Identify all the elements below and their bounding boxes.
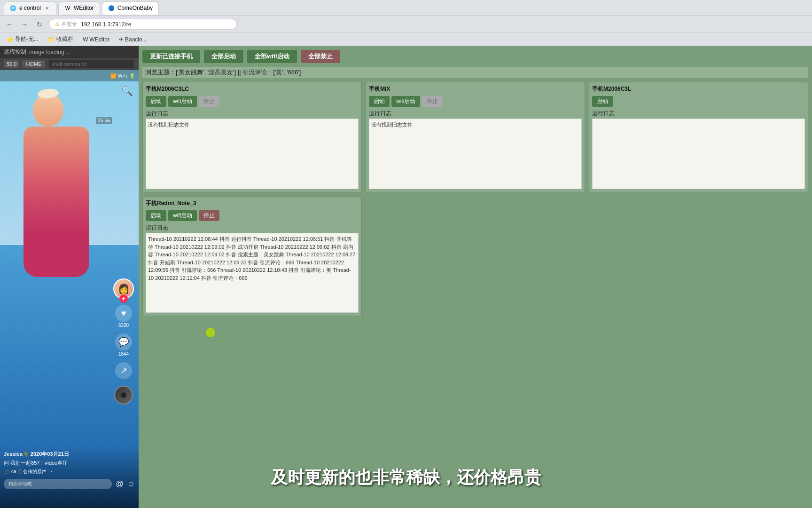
security-warning-text: 不安全 (62, 21, 77, 28)
phone-right-actions: 👩 + ♥ 6320 💬 1844 ↗ (113, 278, 134, 405)
phone-1-buttons: 启动 wifi启动 停止 (146, 96, 359, 107)
browse-info: 浏览主题：['美女跳舞', '漂亮美女'] || 引流评论：['美', '666… (142, 67, 808, 78)
followers-display: 35.5w (96, 117, 112, 124)
phone-1-start-btn[interactable]: 启动 (146, 96, 166, 107)
tab-icon-control: 🌐 (10, 5, 16, 11)
phone-time: ··· (4, 73, 8, 79)
disc-center (121, 392, 126, 398)
phones-grid: 手机M2006C3LC 启动 wifi启动 停止 运行日志 没有找到旧志文件 手… (142, 82, 808, 316)
share-icon: ↗ (115, 362, 132, 379)
phone-4-start-btn[interactable]: 启动 (146, 210, 166, 221)
comment-bar: 精彩评论吧 @ ☺ (4, 479, 135, 489)
comments-count: 1844 (118, 351, 129, 357)
tab-label-control: e control (19, 5, 41, 11)
tab-control[interactable]: 🌐 e control ✕ (4, 1, 56, 15)
bookmark-weditor[interactable]: W WEditor (80, 35, 112, 44)
phone-1-name: 手机M2006C3LC (146, 85, 359, 93)
tab-icon-weditor: W (64, 5, 71, 11)
security-warning-icon: ⚠ (55, 21, 60, 27)
music-disc (114, 386, 133, 405)
phone-2-stop-btn: 停止 (422, 96, 443, 107)
phone-card-1: 手机M2006C3LC 启动 wifi启动 停止 运行日志 没有找到旧志文件 (142, 82, 362, 192)
comment-button[interactable]: 💬 1844 (115, 333, 132, 357)
music-note-icon: 🎵 (4, 469, 9, 475)
tab-comeonbaby[interactable]: 🔵 ComeOnBaby (102, 1, 159, 15)
bookmark-favorites-label: 收藏栏 (56, 35, 73, 43)
shell-command-input[interactable] (48, 60, 135, 68)
bookmark-baaclo-icon: ✈ (119, 36, 124, 43)
phone-3-log-label: 运行日志 (592, 110, 805, 118)
video-audio: 🎵 ca🎵 创作的原声 - · (4, 468, 135, 475)
bookmark-baaclo[interactable]: ✈ Baaclo... (116, 35, 150, 44)
phone-1-stop-btn: 停止 (199, 96, 219, 107)
phone-wifi: WiFi (118, 73, 127, 79)
bookmark-baaclo-label: Baaclo... (125, 36, 147, 43)
follow-plus-icon[interactable]: + (119, 294, 128, 303)
bookmark-favorites[interactable]: 📁 收藏栏 (45, 34, 76, 44)
avatar-emoji: 👩 (118, 283, 130, 294)
stop-all-button[interactable]: 全部禁止 (301, 50, 340, 63)
remote-subtitle: image loading ... (29, 49, 70, 56)
browser-tabs-bar: 🌐 e control ✕ W WEditor 🔵 ComeOnBaby (0, 0, 812, 16)
tab-weditor[interactable]: W WEditor (58, 1, 100, 15)
tab-close-control[interactable]: ✕ (44, 5, 50, 11)
emoji-icon[interactable]: ☺ (127, 480, 135, 488)
bookmark-favorites-icon: 📁 (48, 36, 55, 43)
search-icon[interactable]: 🔍 (121, 85, 133, 96)
phone-2-log-section: 运行日志 没有找到旧志文件 (369, 110, 582, 189)
phone-2-start-btn[interactable]: 启动 (369, 96, 390, 107)
phone-3-log-section: 运行日志 (592, 110, 805, 189)
wifi-all-button[interactable]: 全部wifi启动 (247, 50, 297, 63)
like-button[interactable]: ♥ 6320 (115, 305, 132, 328)
start-all-button[interactable]: 全部启动 (204, 50, 243, 63)
phone-status-bar: ··· 📶 WiFi 🔋 (0, 70, 139, 81)
bookmarks-bar: ⭐ 导航-无... 📁 收藏栏 W WEditor ✈ Baaclo... (0, 33, 812, 46)
phone-2-name: 手机MIX (369, 85, 582, 93)
phone-3-start-btn[interactable]: 启动 (592, 96, 613, 107)
reload-button[interactable]: ↻ (34, 19, 45, 30)
phone-4-log-label: 运行日志 (146, 224, 359, 232)
main-app-panel: 更新已连接手机 全部启动 全部wifi启动 全部禁止 浏览主题：['美女跳舞',… (139, 46, 812, 508)
user-avatar-container[interactable]: 👩 + (113, 278, 134, 299)
comment-icon: 💬 (115, 333, 132, 350)
top-toolbar: 更新已连接手机 全部启动 全部wifi启动 全部禁止 (142, 50, 808, 63)
url-bar: ← → ↻ ⚠ 不安全 192.168.1.3:7912/re (0, 16, 812, 33)
update-phones-button[interactable]: 更新已连接手机 (142, 50, 200, 63)
tab-icon-comeonbaby: 🔵 (108, 5, 115, 11)
phone-4-log-section: 运行日志 Thread-10 20210222 12:08:44 抖音 运行抖音… (146, 224, 359, 313)
phone-1-log-label: 运行日志 (146, 110, 359, 118)
comment-input-placeholder[interactable]: 精彩评论吧 (4, 479, 112, 489)
phone-battery: 🔋 (129, 73, 135, 79)
tab-label-comeonbaby: ComeOnBaby (117, 5, 153, 11)
share-button[interactable]: ↗ (115, 362, 132, 380)
forward-button[interactable]: → (19, 19, 30, 30)
person-figure (14, 94, 99, 305)
tab-label-weditor: WEditor (74, 5, 94, 11)
phone-2-wifi-btn[interactable]: wifi启动 (391, 96, 420, 107)
video-caption: 问 我们一起857！#idou客厅 (4, 460, 135, 467)
home-button[interactable]: HOME (22, 60, 45, 68)
phone-4-log-content[interactable]: Thread-10 20210222 12:08:44 抖音 运行抖音 Thre… (146, 233, 359, 313)
phone-card-2: 手机MIX 启动 wifi启动 停止 运行日志 没有找到旧志文件 (366, 82, 585, 192)
phone-1-log-content[interactable]: 没有找到旧志文件 (146, 119, 359, 189)
bookmark-nav[interactable]: ⭐ 导航-无... (4, 34, 41, 44)
at-icon[interactable]: @ (116, 480, 123, 488)
back-button[interactable]: ← (4, 19, 15, 30)
phone-video-bg: 🔍 👩 + ♥ 6320 💬 1844 ↗ (0, 70, 139, 508)
bookmark-nav-label: 导航-无... (15, 35, 39, 43)
phone-4-wifi-btn[interactable]: wifi启动 (168, 210, 197, 221)
person-head (33, 94, 63, 127)
phone-1-log-section: 运行日志 没有找到旧志文件 (146, 110, 359, 189)
phone-4-stop-btn[interactable]: 停止 (199, 210, 219, 221)
phone-2-buttons: 启动 wifi启动 停止 (369, 96, 582, 107)
likes-count: 6320 (118, 323, 129, 328)
phone-2-log-content[interactable]: 没有找到旧志文件 (369, 119, 582, 189)
heart-icon: ♥ (115, 305, 132, 322)
remote-title: 远程控制 (4, 48, 26, 56)
remote-toolbar: 50.0 HOME (0, 58, 139, 70)
phone-1-wifi-btn[interactable]: wifi启动 (168, 96, 197, 107)
url-input[interactable]: ⚠ 不安全 192.168.1.3:7912/re (49, 19, 237, 30)
phone-3-log-content[interactable] (592, 119, 805, 189)
phone-3-name: 手机M2006C3L (592, 85, 805, 93)
person-body (23, 127, 89, 277)
